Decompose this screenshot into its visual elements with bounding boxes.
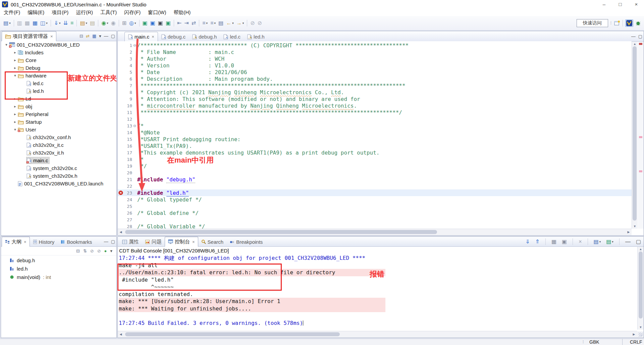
tab-project-explorer[interactable]: 项目资源管理器 × — [2, 31, 56, 41]
collapse-all-icon[interactable]: ⊟ — [76, 248, 80, 253]
scroll-down-icon[interactable]: ▼ — [632, 225, 638, 228]
toolbar-attach-debug[interactable]: ◉ — [110, 19, 117, 27]
toolbar-terminal[interactable]: ▣ — [157, 19, 164, 27]
editor-tab-main.c[interactable]: .cmain.c× — [124, 32, 158, 41]
close-icon[interactable]: × — [24, 239, 26, 244]
tree-item-Includes[interactable]: ▸hIncludes — [1, 49, 116, 56]
toolbar-flash[interactable]: ▤▾ — [79, 19, 88, 27]
tree-item-main.c[interactable]: .cmain.c — [1, 157, 116, 164]
fold-minus-icon[interactable]: ⊖ — [132, 124, 137, 128]
code-line-10[interactable]: 10 * microcontroller manufactured by Nan… — [118, 102, 632, 109]
console-maximize[interactable]: ▢ — [635, 237, 642, 246]
code-line-27[interactable]: 27 — [118, 216, 632, 223]
view-menu-icon[interactable]: ▾ — [110, 248, 112, 253]
chevron-right-icon[interactable]: ▸ — [12, 50, 18, 55]
close-button[interactable]: × — [629, 0, 644, 9]
outline-tab-History[interactable]: History — [30, 237, 58, 246]
minimize-button[interactable]: – — [596, 0, 612, 9]
toolbar-pin-b[interactable]: ⊘ — [257, 19, 263, 27]
focus-active-icon[interactable]: ▦ — [92, 34, 96, 39]
editor-horizontal-scrollbar[interactable]: ◀ ▶ — [118, 229, 632, 235]
scroll-up-icon[interactable]: ▲ — [638, 247, 644, 251]
console-tab-Breakpoints[interactable]: Breakpoints — [226, 237, 266, 246]
toolbar-browse[interactable]: ◎▾ — [128, 19, 137, 27]
outline-item-debug.h[interactable]: debug.h — [1, 256, 116, 265]
tree-item-Peripheral[interactable]: ▸Peripheral — [1, 110, 116, 118]
editor-tab-led.c[interactable]: .cled.c — [220, 32, 244, 41]
editor-tab-debug.h[interactable]: .hdebug.h — [189, 32, 220, 41]
console-pin-console[interactable]: ▤▾ — [593, 237, 602, 246]
code-line-21[interactable]: 21#include "debug.h" — [118, 176, 632, 183]
tree-item-obj[interactable]: ▸obj — [1, 103, 116, 110]
toolbar-shift-left[interactable]: ⇤ — [176, 19, 182, 27]
toolbar-pin-a[interactable]: ⊘ — [249, 19, 256, 27]
code-line-12[interactable]: 12 — [118, 116, 632, 122]
quick-access-box[interactable]: 快速访问 — [577, 19, 608, 27]
tree-item-Core[interactable]: ▸Core — [1, 56, 116, 64]
menu-item[interactable]: 窗口(W) — [144, 9, 170, 16]
menu-item[interactable]: 帮助(H) — [170, 9, 194, 16]
console-scroll-lock-down[interactable]: ⇓ — [524, 237, 531, 246]
open-perspective-icon[interactable] — [614, 20, 620, 26]
scroll-left-icon[interactable]: ◀ — [118, 229, 124, 235]
scrollbar-thumb[interactable] — [125, 332, 340, 336]
toolbar-save-all[interactable]: ▩ — [24, 19, 31, 27]
maximize-icon[interactable]: ▢ — [111, 239, 115, 244]
code-line-6[interactable]: 6 * Description : Main program body. — [118, 75, 632, 82]
chevron-right-icon[interactable]: ▸ — [12, 66, 18, 70]
toolbar-library[interactable]: ≡ — [69, 19, 74, 27]
tree-item-ch32v20x_conf.h[interactable]: .hch32v20x_conf.h — [1, 133, 116, 141]
sort-icon[interactable]: ⇅ — [83, 248, 87, 253]
console-minimize[interactable]: — — [624, 237, 632, 246]
tree-item-001_CH32V208WBU6_LED.launch[interactable]: 001_CH32V208WBU6_LED.launch — [1, 180, 116, 187]
view-menu-icon[interactable]: ▾ — [99, 34, 101, 39]
code-line-26[interactable]: 26/* Global define */ — [118, 210, 632, 216]
console-tab-控制台[interactable]: 控制台× — [165, 237, 198, 247]
chevron-right-icon[interactable]: ▸ — [12, 120, 18, 124]
hide-static-icon[interactable]: ⊘ — [97, 248, 101, 253]
toolbar-save[interactable]: ▥ — [16, 19, 23, 27]
toolbar-tool-k[interactable]: ▣ — [165, 19, 172, 27]
editor-overview-ruler[interactable] — [638, 42, 644, 229]
code-line-13[interactable]: 13⊖/* — [118, 122, 632, 129]
console-clear-console[interactable]: ▣ — [561, 237, 568, 246]
toolbar-sort-a[interactable]: ≡▾ — [201, 19, 209, 27]
scroll-right-icon[interactable]: ▶ — [631, 331, 637, 338]
code-line-16[interactable]: 16 *USART1_Tx(PA9). — [118, 142, 632, 149]
tree-item-Debug[interactable]: ▸Debug — [1, 64, 116, 72]
maximize-icon[interactable]: ▢ — [111, 34, 115, 39]
toolbar-perspective-config[interactable]: ◫▾ — [39, 19, 49, 27]
editor-tab-debug.c[interactable]: .cdebug.c — [158, 32, 189, 41]
code-line-4[interactable]: 4 * Version : V1.0.0 — [118, 62, 632, 69]
hide-fields-icon[interactable]: ⊘ — [90, 248, 94, 253]
code-line-1[interactable]: 1⊖/********************************* (C)… — [118, 42, 632, 49]
console-vertical-scrollbar[interactable]: ▲ ▼ — [637, 247, 644, 330]
toolbar-format[interactable]: ⇄ — [191, 19, 197, 27]
code-line-2[interactable]: 2 * File Name : main.c — [118, 49, 632, 55]
toolbar-erase[interactable]: ▤ — [89, 19, 96, 27]
menu-item[interactable]: 运行(R) — [72, 9, 97, 16]
tree-item-system_ch32v20x.c[interactable]: .csystem_ch32v20x.c — [1, 164, 116, 172]
maximize-button[interactable]: □ — [612, 0, 628, 9]
toolbar-tool-help[interactable]: ▣ — [149, 19, 156, 27]
menu-item[interactable]: 闪存(F) — [120, 9, 144, 16]
chevron-right-icon[interactable]: ▸ — [12, 104, 18, 109]
outline-tab-大纲[interactable]: 大纲× — [2, 237, 30, 247]
code-line-20[interactable]: 20 — [118, 169, 632, 176]
scroll-left-icon[interactable]: ◀ — [118, 331, 124, 338]
minimize-icon[interactable]: — — [104, 34, 108, 39]
code-line-23[interactable]: 23#include "led.h" — [118, 189, 632, 196]
toolbar-new-wizard[interactable]: ▤▾ — [2, 19, 12, 27]
code-line-17[interactable]: 17 *This example demonstrates using USAR… — [118, 149, 632, 156]
code-line-14[interactable]: 14 *@Note — [118, 129, 632, 136]
toolbar-tool-id[interactable]: ▣ — [142, 19, 149, 27]
toolbar-open-windows[interactable]: ▦ — [32, 19, 39, 27]
hide-non-public-icon[interactable]: ● — [104, 248, 107, 253]
code-line-9[interactable]: 9 * Attention: This software (modified o… — [118, 96, 632, 102]
chevron-down-icon[interactable]: ▾ — [12, 127, 18, 132]
console-open-console[interactable]: ▤▾ — [605, 237, 614, 246]
menu-item[interactable]: 文件(F) — [0, 9, 24, 16]
resize-grip[interactable] — [637, 331, 644, 338]
minimize-icon[interactable]: — — [104, 239, 108, 244]
tree-item-ch32v20x_it.h[interactable]: .hch32v20x_it.h — [1, 149, 116, 157]
